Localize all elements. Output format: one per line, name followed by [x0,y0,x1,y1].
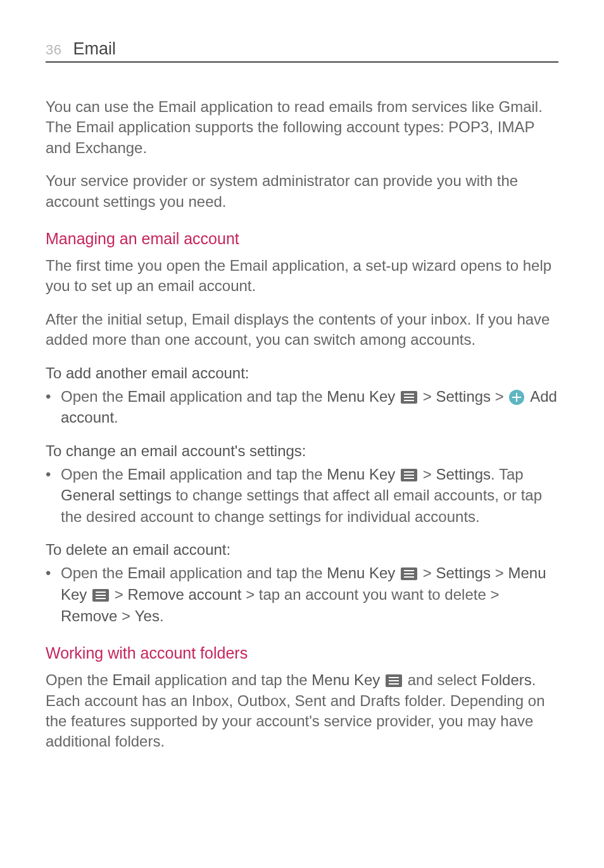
label-menu-key: Menu Key [327,466,395,483]
label-folders: Folders [481,671,532,688]
heading-account-folders: Working with account folders [46,644,558,662]
label-email-app: Email [127,466,165,483]
text-fragment: > tap an account you want to delete > [241,586,499,603]
text-fragment: . Tap [491,466,524,483]
label-general-settings: General settings [61,487,172,504]
menu-key-icon [386,674,402,687]
text-fragment: Open the [61,388,127,405]
heading-managing-account: Managing an email account [46,230,558,248]
text-fragment: Open the [61,466,127,483]
label-email-app: Email [112,671,150,688]
text-fragment: . [114,409,118,426]
label-yes: Yes [135,607,160,624]
label-remove-account: Remove account [127,586,241,603]
label-email-app: Email [127,388,165,405]
intro-paragraph-2: Your service provider or system administ… [46,171,558,212]
label-menu-key: Menu Key [311,671,380,688]
heading-delete-account: To delete an email account: [46,541,558,559]
text-fragment: application and tap the [165,466,327,483]
menu-key-icon [401,391,417,404]
label-settings: Settings [436,466,491,483]
bullet-dot-icon: • [46,386,61,407]
text-fragment: > [418,466,436,483]
section-title: Email [73,39,116,59]
bullet-dot-icon: • [46,464,61,485]
heading-change-settings: To change an email account's settings: [46,442,558,460]
heading-add-account: To add another email account: [46,364,558,382]
label-menu-key: Menu Key [327,564,395,581]
bullet-dot-icon: • [46,562,61,584]
page-number: 36 [46,42,61,58]
plus-icon [509,390,524,405]
text-fragment: and select [403,671,481,688]
text-fragment: > [491,388,508,405]
text-fragment: Open the [61,564,127,581]
menu-key-icon [401,567,417,580]
manage-paragraph-2: After the initial setup, Email displays … [46,309,558,350]
text-fragment: > [418,388,436,405]
intro-paragraph-1: You can use the Email application to rea… [46,97,558,158]
menu-key-icon [401,469,417,481]
page-container: 36 Email You can use the Email applicati… [0,0,604,803]
bullet-delete-account: • Open the Email application and tap the… [46,562,558,626]
text-fragment: application and tap the [150,671,311,688]
text-fragment: > [110,586,127,603]
menu-key-icon [92,589,109,602]
text-fragment: Open the [46,671,112,688]
label-remove: Remove [61,607,117,624]
manage-paragraph-1: The first time you open the Email applic… [46,256,558,297]
label-email-app: Email [127,564,165,581]
bullet-change-settings: • Open the Email application and tap the… [46,464,558,528]
text-fragment: > [491,564,508,581]
text-fragment: application and tap the [165,388,327,405]
bullet-add-account: • Open the Email application and tap the… [46,386,558,428]
page-header: 36 Email [46,39,558,63]
label-menu-key: Menu Key [327,388,395,405]
text-fragment: > [418,564,436,581]
text-fragment: . [160,607,164,624]
folders-paragraph: Open the Email application and tap the M… [46,670,558,752]
label-settings: Settings [436,388,491,405]
text-fragment: application and tap the [165,564,327,581]
text-fragment: > [117,607,134,624]
label-settings: Settings [436,564,491,581]
